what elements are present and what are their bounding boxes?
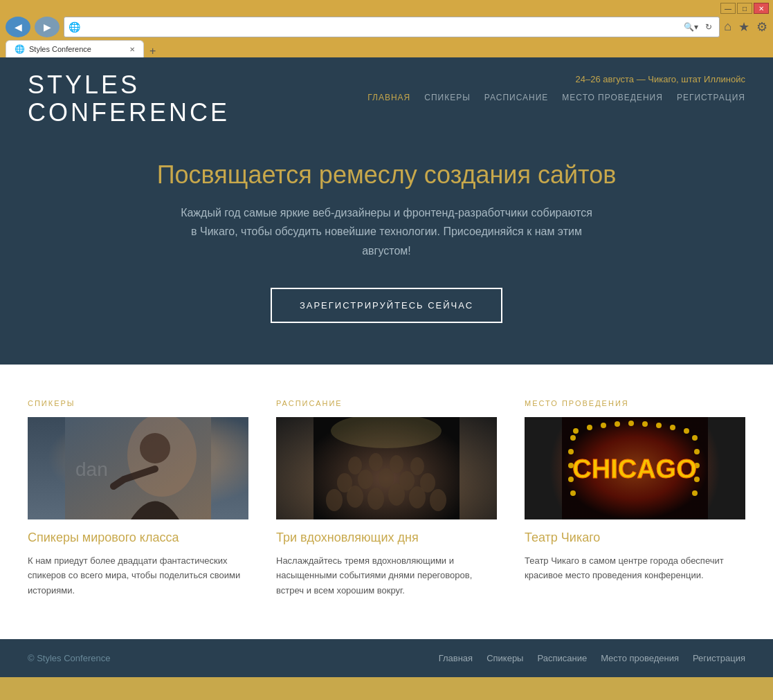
header-top: STYLES CONFERENCE 24–26 августа — Чикаго… xyxy=(28,71,745,126)
home-icon[interactable]: ⌂ xyxy=(724,19,731,35)
date-location: 24–26 августа — Чикаго, штат Иллинойс xyxy=(367,74,745,84)
svg-point-32 xyxy=(692,435,698,441)
footer-nav: Главная Спикеры Расписание Место проведе… xyxy=(439,653,745,663)
nav-venue[interactable]: МЕСТО ПРОВЕДЕНИЯ xyxy=(562,93,663,102)
site-footer: © Styles Conference Главная Спикеры Расп… xyxy=(0,639,773,677)
site-header: STYLES CONFERENCE 24–26 августа — Чикаго… xyxy=(0,57,773,126)
tab-close-button[interactable]: ✕ xyxy=(129,46,135,53)
address-actions: 🔍▾ ↻ xyxy=(681,21,715,33)
address-bar[interactable]: 🌐 🔍▾ ↻ xyxy=(64,17,720,37)
minimize-button[interactable]: — xyxy=(720,3,736,14)
svg-point-12 xyxy=(358,470,373,489)
cards-section: СПИКЕРЫ xyxy=(0,365,773,639)
svg-text:dan: dan xyxy=(75,459,108,480)
schedule-card-label: РАСПИСАНИЕ xyxy=(276,399,497,407)
hero-title: Посвящается ремеслу создания сайтов xyxy=(28,160,745,190)
website: STYLES CONFERENCE 24–26 августа — Чикаго… xyxy=(0,57,773,677)
svg-point-41 xyxy=(570,490,576,496)
schedule-card-image xyxy=(276,417,497,519)
svg-point-19 xyxy=(410,457,424,475)
venue-card-title: Театр Чикаго xyxy=(525,531,745,545)
footer-nav-schedule[interactable]: Расписание xyxy=(537,653,587,663)
svg-point-15 xyxy=(420,473,435,492)
speakers-card: СПИКЕРЫ xyxy=(28,399,248,598)
svg-point-37 xyxy=(570,435,576,441)
svg-point-30 xyxy=(670,425,675,430)
venue-card: МЕСТО ПРОВЕДЕНИЯ xyxy=(525,399,745,598)
svg-point-17 xyxy=(369,453,383,471)
cta-button[interactable]: ЗАРЕГИСТРИРУЙТЕСЬ СЕЙЧАС xyxy=(271,288,502,323)
tab-bar: 🌐 Styles Conference ✕ + xyxy=(0,40,773,57)
venue-card-label: МЕСТО ПРОВЕДЕНИЯ xyxy=(525,399,745,407)
svg-point-13 xyxy=(379,468,394,488)
speakers-card-image: dan xyxy=(28,417,248,519)
svg-point-5 xyxy=(326,489,343,511)
tab-title: Styles Conference xyxy=(29,45,125,53)
hero-text: Каждый год самые яркие веб-дизайнеры и ф… xyxy=(179,203,594,260)
svg-point-38 xyxy=(568,449,574,454)
new-tab-button[interactable]: + xyxy=(144,45,161,57)
footer-nav-register[interactable]: Регистрация xyxy=(693,653,745,663)
svg-point-18 xyxy=(390,455,403,473)
svg-point-28 xyxy=(642,421,648,427)
toolbar-right-icons: ⌂ ★ ⚙ xyxy=(724,19,767,35)
header-right: 24–26 августа — Чикаго, штат Иллинойс ГЛ… xyxy=(367,71,745,102)
svg-point-2 xyxy=(140,433,170,463)
close-button[interactable]: ✕ xyxy=(754,3,769,14)
schedule-card: РАСПИСАНИЕ xyxy=(276,399,497,598)
speakers-card-label: СПИКЕРЫ xyxy=(28,399,248,407)
svg-text:CHICAGO: CHICAGO xyxy=(572,454,696,483)
svg-point-27 xyxy=(628,421,634,426)
svg-point-14 xyxy=(399,471,415,490)
site-logo: STYLES CONFERENCE xyxy=(28,71,230,126)
logo-line1: STYLES xyxy=(28,71,230,99)
speakers-card-text: К нам приедут более двадцати фантастичес… xyxy=(28,553,248,598)
nav-schedule[interactable]: РАСПИСАНИЕ xyxy=(484,93,549,102)
svg-point-16 xyxy=(348,457,362,475)
forward-button[interactable]: ▶ xyxy=(35,17,60,37)
svg-point-31 xyxy=(684,428,689,434)
svg-point-29 xyxy=(656,423,662,428)
settings-icon[interactable]: ⚙ xyxy=(756,19,767,35)
schedule-card-title: Три вдохновляющих дня xyxy=(276,531,497,545)
svg-point-26 xyxy=(615,421,620,427)
svg-point-33 xyxy=(694,449,700,454)
speakers-card-title: Спикеры мирового класса xyxy=(28,531,248,545)
nav-speakers[interactable]: СПИКЕРЫ xyxy=(424,93,471,102)
tab-favicon: 🌐 xyxy=(15,44,25,54)
logo-line2: CONFERENCE xyxy=(28,99,230,127)
footer-copyright: © Styles Conference xyxy=(28,653,110,663)
maximize-button[interactable]: □ xyxy=(737,3,752,14)
title-bar: — □ ✕ xyxy=(0,0,773,14)
active-tab[interactable]: 🌐 Styles Conference ✕ xyxy=(6,40,144,57)
footer-nav-venue[interactable]: Место проведения xyxy=(601,653,679,663)
hero-section: Посвящается ремеслу создания сайтов Кажд… xyxy=(0,126,773,365)
schedule-card-text: Наслаждайтесь тремя вдохновляющими и нас… xyxy=(276,553,497,598)
footer-nav-speakers[interactable]: Спикеры xyxy=(486,653,523,663)
nav-home[interactable]: ГЛАВНАЯ xyxy=(367,93,410,102)
svg-point-7 xyxy=(367,488,384,510)
search-button[interactable]: 🔍▾ xyxy=(681,21,701,33)
refresh-button[interactable]: ↻ xyxy=(702,21,715,33)
browser-icon: 🌐 xyxy=(69,21,80,33)
back-button[interactable]: ◀ xyxy=(6,17,30,37)
svg-point-25 xyxy=(601,423,606,428)
venue-card-text: Театр Чикаго в самом центре города обесп… xyxy=(525,553,745,583)
svg-point-36 xyxy=(692,490,698,496)
svg-point-23 xyxy=(573,428,579,434)
browser-chrome: — □ ✕ ◀ ▶ 🌐 🔍▾ ↻ ⌂ ★ ⚙ 🌐 Styles Conferen… xyxy=(0,0,773,57)
nav-register[interactable]: РЕГИСТРАЦИЯ xyxy=(677,93,745,102)
venue-card-image: CHICAGO CHICAGO xyxy=(525,417,745,519)
svg-point-24 xyxy=(587,425,592,430)
svg-point-10 xyxy=(430,489,446,511)
star-icon[interactable]: ★ xyxy=(738,19,749,35)
main-nav: ГЛАВНАЯ СПИКЕРЫ РАСПИСАНИЕ МЕСТО ПРОВЕДЕ… xyxy=(367,93,745,102)
footer-nav-home[interactable]: Главная xyxy=(439,653,473,663)
svg-point-11 xyxy=(337,473,352,492)
browser-toolbar: ◀ ▶ 🌐 🔍▾ ↻ ⌂ ★ ⚙ xyxy=(0,14,773,40)
